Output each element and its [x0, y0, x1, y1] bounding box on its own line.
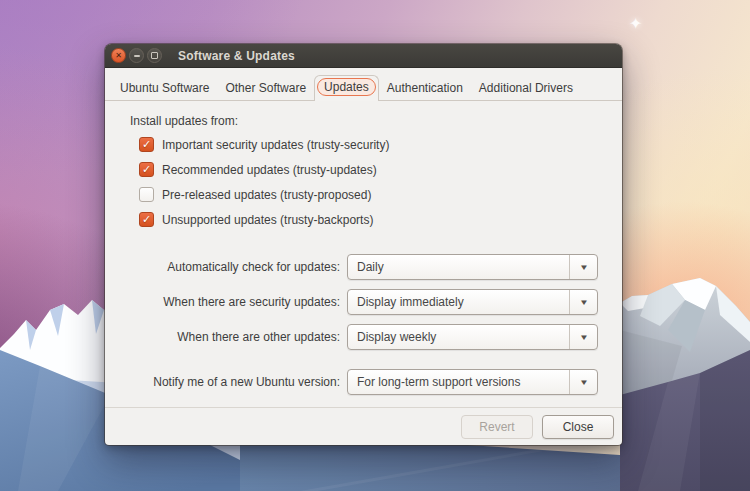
checkbox-label: Pre-released updates (trusty-proposed)	[162, 188, 371, 202]
dropdown-row-security-updates: When there are security updates: Display…	[130, 289, 598, 315]
checkbox[interactable]: ✓	[139, 137, 154, 152]
minimize-icon	[134, 55, 140, 57]
dropdown-row-other-updates: When there are other updates: Display we…	[130, 324, 598, 350]
action-bar: Revert Close	[105, 407, 622, 445]
chevron-down-icon: ▼	[579, 333, 589, 342]
tab-label: Other Software	[225, 81, 306, 95]
tab-authentication[interactable]: Authentication	[379, 78, 471, 100]
tab-other-software[interactable]: Other Software	[217, 78, 314, 100]
checkbox[interactable]: ✓	[139, 212, 154, 227]
dropdown-arrow-box: ▼	[569, 370, 597, 394]
dropdown-row-new-version: Notify me of a new Ubuntu version: For l…	[130, 369, 598, 395]
other-updates-dropdown[interactable]: Display weekly ▼	[347, 324, 598, 350]
check-icon: ✓	[142, 138, 151, 151]
dropdown-label: Automatically check for updates:	[130, 260, 340, 274]
checkbox-row-unsupported-updates[interactable]: ✓ Unsupported updates (trusty-backports)	[139, 212, 598, 227]
sparkle-icon: ✦	[629, 16, 642, 32]
dropdown-value: Daily	[348, 255, 569, 279]
tab-label: Updates	[317, 78, 376, 96]
checkbox-label: Important security updates (trusty-secur…	[162, 138, 389, 152]
dropdown-section: Automatically check for updates: Daily ▼…	[130, 254, 598, 395]
window-maximize-button[interactable]	[147, 48, 162, 63]
dropdown-arrow-box: ▼	[569, 290, 597, 314]
updates-tab-panel: Install updates from: ✓ Important securi…	[105, 101, 622, 395]
dropdown-value: Display immediately	[348, 290, 569, 314]
chevron-down-icon: ▼	[579, 263, 589, 272]
dropdown-arrow-box: ▼	[569, 255, 597, 279]
window-minimize-button[interactable]	[129, 48, 144, 63]
window-title: Software & Updates	[178, 49, 295, 63]
tab-label: Ubuntu Software	[120, 81, 209, 95]
revert-button[interactable]: Revert	[461, 415, 533, 439]
checkbox-row-recommended-updates[interactable]: ✓ Recommended updates (trusty-updates)	[139, 162, 598, 177]
dropdown-value: For long-term support versions	[348, 370, 569, 394]
checkbox-row-prereleased-updates[interactable]: ✓ Pre-released updates (trusty-proposed)	[139, 187, 598, 202]
security-updates-dropdown[interactable]: Display immediately ▼	[347, 289, 598, 315]
check-icon: ✓	[142, 163, 151, 176]
dropdown-arrow-box: ▼	[569, 325, 597, 349]
new-version-notify-dropdown[interactable]: For long-term support versions ▼	[347, 369, 598, 395]
tab-ubuntu-software[interactable]: Ubuntu Software	[112, 78, 217, 100]
chevron-down-icon: ▼	[579, 298, 589, 307]
checkbox-label: Recommended updates (trusty-updates)	[162, 163, 377, 177]
dropdown-label: Notify me of a new Ubuntu version:	[130, 375, 340, 389]
checkbox[interactable]: ✓	[139, 162, 154, 177]
tab-label: Authentication	[387, 81, 463, 95]
checkbox-label: Unsupported updates (trusty-backports)	[162, 213, 373, 227]
chevron-down-icon: ▼	[579, 378, 589, 387]
close-button[interactable]: Close	[542, 415, 614, 439]
titlebar[interactable]: ✕ Software & Updates	[105, 44, 622, 68]
desktop: ✦ ✕ Software & Updates Ubuntu Software O…	[0, 0, 750, 491]
tab-updates[interactable]: Updates	[314, 75, 379, 101]
checkbox-row-security-updates[interactable]: ✓ Important security updates (trusty-sec…	[139, 137, 598, 152]
close-icon: ✕	[115, 52, 122, 60]
window-close-button[interactable]: ✕	[111, 48, 126, 63]
check-icon: ✓	[142, 213, 151, 226]
maximize-icon	[151, 52, 158, 59]
dropdown-value: Display weekly	[348, 325, 569, 349]
check-frequency-dropdown[interactable]: Daily ▼	[347, 254, 598, 280]
dropdown-row-check-frequency: Automatically check for updates: Daily ▼	[130, 254, 598, 280]
checkbox[interactable]: ✓	[139, 187, 154, 202]
software-updates-window: ✕ Software & Updates Ubuntu Software Oth…	[105, 44, 622, 445]
tab-label: Additional Drivers	[479, 81, 573, 95]
install-updates-from-label: Install updates from:	[130, 114, 598, 128]
tab-bar: Ubuntu Software Other Software Updates A…	[105, 68, 622, 101]
dropdown-label: When there are security updates:	[130, 295, 340, 309]
tab-additional-drivers[interactable]: Additional Drivers	[471, 78, 581, 100]
dropdown-label: When there are other updates:	[130, 330, 340, 344]
